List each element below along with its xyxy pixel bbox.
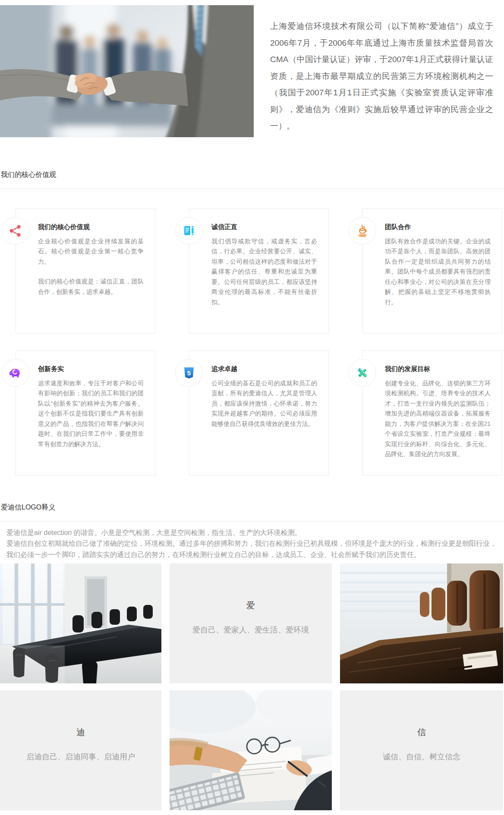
logo-block-subtitle: 爱自己、爱家人、爱生活、爱环境: [170, 625, 332, 635]
share-icon: [2, 217, 29, 245]
section-divider: [0, 189, 504, 189]
core-values-section-title: 我们的核心价值观: [1, 170, 504, 179]
conference-table-photo: [340, 563, 503, 683]
card-title: 我们的发展目标: [385, 365, 491, 373]
company-intro-section: 上海爱迪信环境技术有限公司（以下简称“爱迪信”）成立于2006年7月，于2006…: [0, 5, 504, 143]
business-handshake-photo: [0, 5, 254, 137]
value-card-teamwork: 团队合作 团队有效合作是成功的关键。企业的成功不是靠个人，而是靠团队。高效的团队…: [362, 208, 502, 334]
notebook-pencil-icon: [175, 217, 203, 245]
java-cup-icon: [349, 217, 376, 245]
html5-shield-icon: 5: [175, 359, 203, 387]
card-text: 我们倡导戒欺守信，戒虚务实，言必信，行必果。企业经营要公开、诚实、坦率，公司相信…: [211, 236, 317, 308]
logo-block-title: 迪: [0, 690, 161, 738]
svg-text:5: 5: [187, 369, 191, 376]
value-card-innovation: 创新务实 追求速度和效率，专注于对客户和公司有影响的创新；我们的员工和我们的团队…: [16, 350, 155, 475]
logo-meaning-line: 爱迪信是air detection 的谐音。小意是空气检测，大意是空间检测，指生…: [6, 527, 504, 538]
company-intro-paragraph: 上海爱迪信环境技术有限公司（以下简称“爱迪信”）成立于2006年7月，于2006…: [270, 13, 493, 135]
card-text: 团队有效合作是成功的关键。企业的成功不是靠个人，而是靠团队。高效的团队合作一定是…: [385, 236, 491, 308]
meeting-room-photo: [0, 563, 161, 683]
card-title: 诚信正直: [211, 223, 317, 231]
value-card-excellence: 5 追求卓越 公司业绩的基石是公司的成就和员工的贡献，所有的爱迪信人，尤其是管理…: [189, 350, 329, 475]
logo-block-xin: 信 诚信、自信、树立信念: [340, 690, 503, 810]
logo-meaning-line: 爱迪信自创立初期就给自己做了准确的定位，环境检测。通过多年的拼搏和努力，我们在检…: [6, 538, 504, 549]
ruler-pencil-icon: [349, 359, 376, 387]
logo-meaning-grid: 爱 爱自己、爱家人、爱生活、爱环境: [0, 563, 504, 810]
card-text: 公司业绩的基石是公司的成就和员工的贡献，所有的爱迪信人，尤其是管理人员，都应该保…: [211, 378, 317, 429]
card-text: 追求速度和效率，专注于对客户和公司有影响的创新；我们的员工和我们的团队以“创新务…: [38, 378, 144, 450]
card-text: 企业核心价值观是企业持续发展的基石。核心价值观是企业第一核心竞争力。: [38, 236, 144, 267]
logo-meaning-line: 我们必须一步一个脚印，踏踏实实的通过自己的努力，在环境检测行业树立自己的目标，达…: [6, 549, 504, 560]
about-page: 上海爱迪信环境技术有限公司（以下简称“爱迪信”）成立于2006年7月，于2006…: [0, 0, 504, 815]
value-card-development-goal: 我们的发展目标 创建专业化、品牌化、连锁的第三方环境检测机构。引进、培养专业的技…: [362, 350, 502, 475]
card-title: 我们的核心价值观: [38, 223, 144, 231]
logo-meaning-paragraph: 爱迪信是air detection 的谐音。小意是空气检测，大意是空间检测，指生…: [6, 527, 504, 560]
logo-block-ai: 爱 爱自己、爱家人、爱生活、爱环境: [170, 563, 332, 683]
value-card-integrity: 诚信正直 我们倡导戒欺守信，戒虚务实，言必信，行必果。企业经营要公开、诚实、坦率…: [189, 208, 329, 334]
elephant-icon: [2, 359, 29, 387]
card-text: 我们的核心价值观是：诚信正直，团队合作，创新务实，追求卓越。: [38, 277, 144, 297]
section-divider: [0, 521, 504, 522]
logo-block-di: 迪 启迪自己、启迪同事、启迪用户: [0, 690, 161, 810]
card-title: 追求卓越: [211, 365, 317, 373]
logo-block-title: 信: [340, 690, 503, 738]
card-title: 创新务实: [38, 365, 144, 373]
card-text: 创建专业化、品牌化、连锁的第三方环境检测机构。引进、培养专业的技术人才，打造一支…: [385, 378, 491, 459]
logo-block-subtitle: 诚信、自信、树立信念: [340, 752, 503, 762]
core-values-grid: 我们的核心价值观 企业核心价值观是企业持续发展的基石。核心价值观是企业第一核心竞…: [16, 208, 504, 475]
logo-block-title: 爱: [170, 563, 332, 611]
value-card-core-values: 我们的核心价值观 企业核心价值观是企业持续发展的基石。核心价值观是企业第一核心竞…: [16, 208, 155, 334]
logo-meaning-section-title: 爱迪信LOGO释义: [1, 503, 504, 512]
logo-block-subtitle: 启迪自己、启迪同事、启迪用户: [0, 752, 161, 762]
card-title: 团队合作: [385, 223, 491, 231]
business-hands-photo: [170, 690, 332, 810]
handshake-photo-illustration: [0, 5, 254, 137]
